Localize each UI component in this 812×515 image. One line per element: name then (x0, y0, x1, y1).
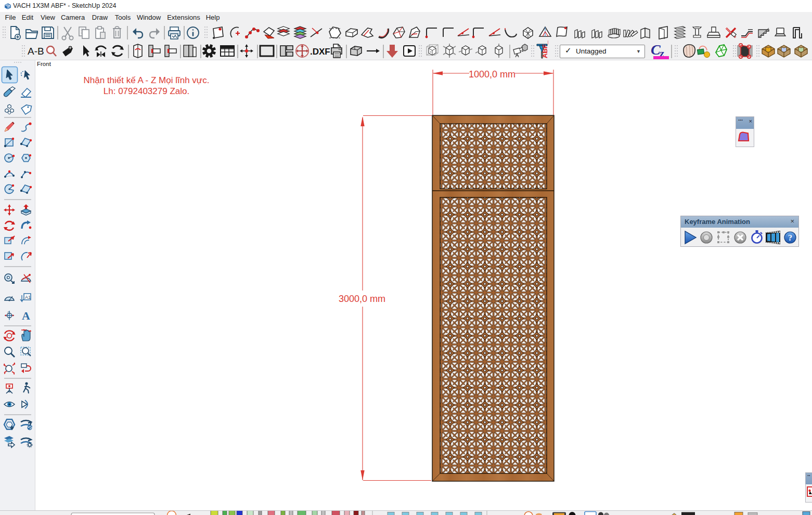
svg-text:1000,0 mm: 1000,0 mm (469, 69, 515, 80)
svg-text:?: ? (788, 233, 792, 242)
svg-text:3000,0 mm: 3000,0 mm (339, 294, 385, 304)
